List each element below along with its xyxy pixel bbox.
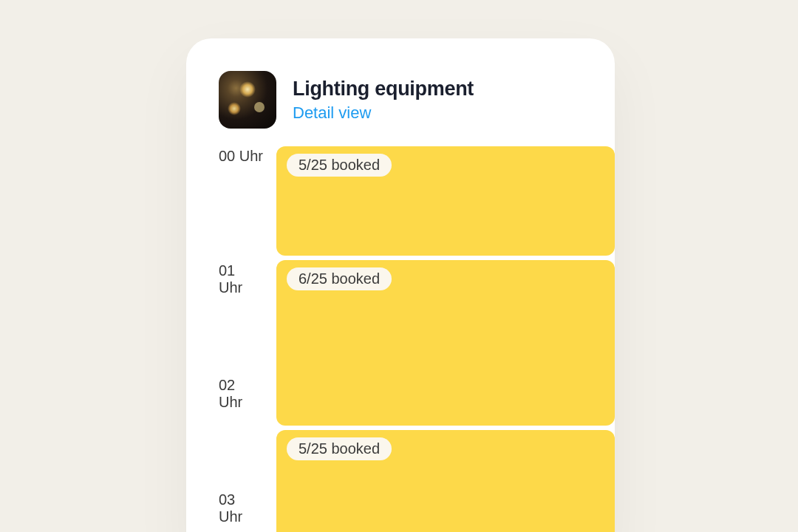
booking-badge: 5/25 booked	[287, 437, 392, 460]
booking-badge: 5/25 booked	[287, 154, 392, 177]
detail-view-link[interactable]: Detail view	[293, 103, 474, 123]
hour-label: 00 Uhr	[219, 148, 263, 165]
header-text-group: Lighting equipment Detail view	[293, 78, 474, 123]
booking-block[interactable]: 5/25 booked	[276, 430, 615, 532]
hour-label: 01 Uhr	[219, 262, 242, 296]
equipment-thumbnail[interactable]	[219, 71, 276, 129]
hourly-schedule: 00 Uhr 5/25 booked 6/25 booked 5/25 book…	[186, 146, 615, 261]
booking-block[interactable]: 6/25 booked	[276, 260, 615, 426]
hour-label: 02 Uhr	[219, 377, 242, 411]
equipment-card: Lighting equipment Detail view 00 Uhr 5/…	[186, 38, 615, 532]
card-header: Lighting equipment Detail view	[186, 38, 615, 146]
booking-blocks-area: 5/25 booked 6/25 booked 5/25 booked	[276, 146, 615, 532]
hour-label: 03 Uhr	[219, 491, 242, 525]
equipment-title: Lighting equipment	[293, 78, 474, 100]
booking-badge: 6/25 booked	[287, 267, 392, 290]
booking-block[interactable]: 5/25 booked	[276, 146, 615, 256]
